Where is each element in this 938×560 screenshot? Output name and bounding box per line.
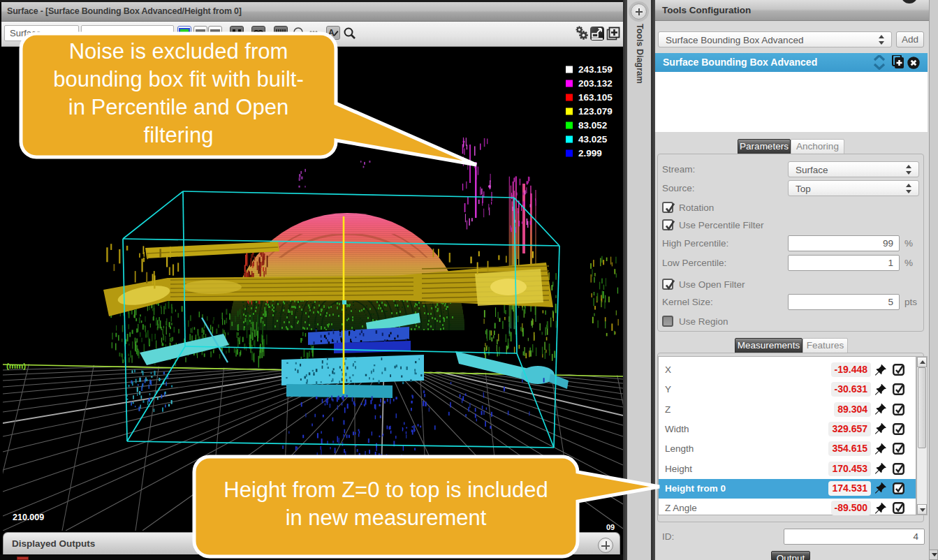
svg-text:243.159: 243.159 <box>578 64 613 75</box>
svg-text:2.999: 2.999 <box>578 148 602 159</box>
svg-text:210.009: 210.009 <box>13 513 44 522</box>
svg-text:123.079: 123.079 <box>578 106 613 117</box>
svg-text:203.132: 203.132 <box>578 78 613 89</box>
svg-text:163.105: 163.105 <box>578 92 613 103</box>
svg-text:83.052: 83.052 <box>578 120 607 131</box>
svg-text:43.025: 43.025 <box>578 134 608 145</box>
svg-text:(mm): (mm) <box>6 362 26 370</box>
svg-text:09: 09 <box>606 523 615 531</box>
